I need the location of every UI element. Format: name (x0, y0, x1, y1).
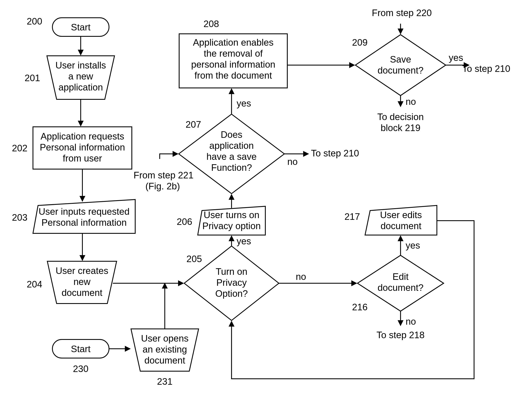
process-202: Application requests Personal informatio… (12, 127, 132, 169)
svg-text:Privacy option: Privacy option (202, 221, 261, 231)
label-207-yes: yes (237, 98, 251, 108)
svg-text:Personal information: Personal information (40, 142, 125, 152)
data-217: User edits document 217 (345, 205, 437, 235)
num-202: 202 (12, 143, 28, 153)
num-205: 205 (186, 254, 202, 264)
svg-text:document?: document? (377, 282, 424, 293)
svg-text:from the document: from the document (195, 70, 272, 81)
svg-text:new: new (74, 277, 91, 287)
label-from220: From step 220 (372, 8, 432, 18)
label-216-no: no (406, 316, 416, 327)
num-217: 217 (345, 211, 360, 222)
svg-text:User opens: User opens (141, 333, 188, 344)
edge-from221 (160, 154, 178, 159)
label-205-yes: yes (237, 236, 251, 246)
num-201: 201 (25, 73, 40, 83)
label-to210b: To step 210 (311, 148, 359, 158)
label-205-no: no (296, 271, 306, 282)
num-230: 230 (73, 364, 88, 374)
num-209: 209 (352, 37, 368, 48)
data-203: User inputs requested Personal informati… (12, 200, 135, 233)
decision-207: Does application have a save Function? 2… (179, 114, 284, 194)
svg-text:from user: from user (63, 153, 102, 163)
svg-text:application: application (59, 82, 103, 92)
manual-input-204: User creates new document 204 (27, 261, 117, 304)
svg-text:document: document (144, 355, 185, 366)
label-to210a: To step 210 (462, 63, 511, 74)
svg-text:an existing: an existing (143, 344, 187, 354)
label-to219-1: To decision (377, 112, 424, 122)
label-to219-2: block 219 (381, 123, 420, 133)
label-216-yes: yes (406, 240, 420, 250)
svg-text:Save: Save (390, 54, 411, 64)
label-209-yes: yes (449, 52, 463, 63)
num-203: 203 (12, 212, 28, 223)
process-208: Application enables the removal of perso… (179, 19, 287, 88)
manual-input-231: User opens an existing document 231 (131, 329, 199, 387)
svg-text:Application requests: Application requests (41, 131, 124, 141)
svg-text:User inputs requested: User inputs requested (39, 206, 130, 217)
svg-text:a new: a new (68, 71, 93, 81)
num-208: 208 (203, 19, 219, 29)
decision-209: Save document? 209 (352, 35, 446, 96)
svg-text:Edit: Edit (392, 271, 408, 282)
decision-216: Edit document? 216 (352, 255, 444, 312)
svg-text:document?: document? (377, 65, 424, 75)
num-231: 231 (157, 376, 172, 387)
svg-text:the removal of: the removal of (204, 48, 263, 59)
svg-text:have a save: have a save (206, 151, 257, 162)
start-230-label: Start (71, 344, 91, 354)
manual-input-201: User installs a new application 201 (25, 56, 114, 99)
svg-text:User creates: User creates (56, 265, 108, 276)
svg-text:User installs: User installs (55, 60, 106, 70)
svg-text:Personal information: Personal information (41, 217, 127, 228)
start-200-label: Start (71, 22, 91, 32)
data-206: User turns on Privacy option 206 (177, 206, 265, 235)
label-from221-2: (Fig. 2b) (145, 181, 180, 191)
terminator-start-200: Start 200 (27, 16, 109, 36)
svg-text:Function?: Function? (211, 162, 252, 173)
svg-text:Turn on: Turn on (216, 266, 247, 277)
num-206: 206 (177, 217, 192, 227)
label-from221-1: From step 221 (133, 170, 193, 180)
flowchart-canvas: Start 200 User installs a new applicatio… (0, 0, 518, 420)
label-207-no: no (287, 157, 298, 167)
edge-217-loop (231, 221, 474, 379)
label-209-no: no (406, 96, 416, 107)
svg-text:User turns on: User turns on (204, 210, 259, 220)
num-216: 216 (352, 302, 368, 312)
label-to218: To step 218 (377, 330, 425, 340)
svg-text:personal information: personal information (191, 59, 275, 69)
start-200-num: 200 (27, 16, 42, 26)
num-207: 207 (186, 119, 201, 130)
terminator-start-230: Start 230 (52, 339, 109, 374)
svg-text:Option?: Option? (215, 288, 248, 299)
svg-text:Privacy: Privacy (216, 277, 247, 288)
decision-205: Turn on Privacy Option? 205 (184, 246, 279, 320)
svg-text:Application enables: Application enables (193, 37, 274, 48)
num-204: 204 (27, 279, 42, 289)
svg-text:document: document (61, 287, 102, 298)
svg-text:Does: Does (221, 129, 243, 140)
svg-text:User edits: User edits (380, 210, 422, 220)
svg-text:application: application (209, 140, 254, 151)
svg-text:document: document (380, 221, 421, 231)
